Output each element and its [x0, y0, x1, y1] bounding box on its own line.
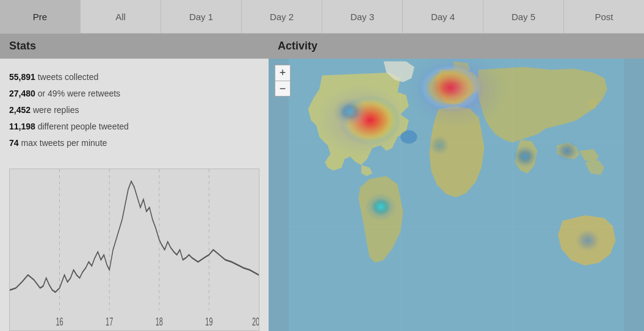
- svg-text:16: 16: [56, 315, 63, 328]
- stats-title: Stats: [9, 40, 259, 53]
- stats-header: Stats: [0, 34, 269, 59]
- stats-body: 55,891 tweets collected 27,480 or 49% we…: [0, 59, 269, 162]
- svg-point-18: [576, 229, 600, 252]
- svg-point-19: [430, 135, 450, 155]
- stat-retweets: 27,480 or 49% were retweets: [9, 87, 259, 100]
- svg-text:20: 20: [252, 315, 259, 328]
- svg-point-20: [400, 130, 417, 144]
- stat-tweets-collected: 55,891 tweets collected: [9, 71, 259, 84]
- tab-pre[interactable]: Pre: [0, 0, 81, 33]
- svg-text:18: 18: [156, 315, 163, 328]
- tab-day1[interactable]: Day 1: [161, 0, 242, 33]
- tab-post[interactable]: Post: [564, 0, 644, 33]
- tab-day4[interactable]: Day 4: [403, 0, 483, 33]
- svg-text:17: 17: [106, 315, 113, 328]
- zoom-out-button[interactable]: −: [275, 81, 291, 96]
- svg-point-15: [365, 193, 396, 221]
- right-panel: Activity + −: [269, 34, 644, 331]
- map-container: + −: [269, 59, 644, 331]
- svg-text:19: 19: [205, 315, 212, 328]
- tab-day2[interactable]: Day 2: [242, 0, 322, 33]
- activity-title: Activity: [278, 40, 635, 53]
- svg-point-16: [513, 145, 537, 168]
- stat-replies: 2,452 were replies: [9, 104, 259, 117]
- activity-header: Activity: [269, 34, 644, 59]
- map-controls: + −: [275, 65, 291, 96]
- svg-point-17: [556, 141, 579, 161]
- main-content: Stats 55,891 tweets collected 27,480 or …: [0, 34, 644, 331]
- tab-day5[interactable]: Day 5: [483, 0, 564, 33]
- tab-day3[interactable]: Day 3: [322, 0, 403, 33]
- tab-bar: Pre All Day 1 Day 2 Day 3 Day 4 Day 5 Po…: [0, 0, 644, 34]
- world-map-svg: [269, 59, 644, 331]
- left-panel: Stats 55,891 tweets collected 27,480 or …: [0, 34, 269, 331]
- stat-max-per-min: 74 max tweets per minute: [9, 137, 259, 150]
- tab-all[interactable]: All: [81, 0, 161, 33]
- chart-container: 16 17 18 19 20: [9, 169, 259, 331]
- stat-people: 11,198 different people tweeted: [9, 120, 259, 133]
- activity-chart: 16 17 18 19 20: [10, 169, 259, 330]
- zoom-in-button[interactable]: +: [275, 65, 291, 81]
- svg-point-12: [317, 84, 407, 156]
